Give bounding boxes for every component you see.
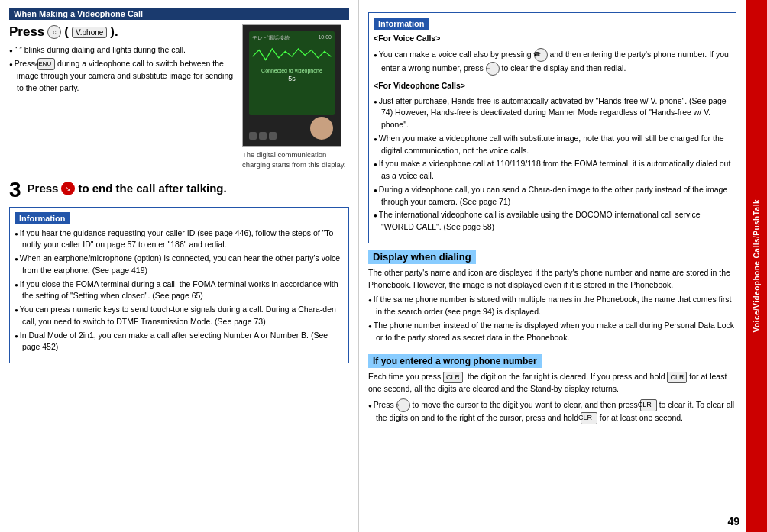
press-label-3: Press — [28, 182, 59, 195]
connected-text: Connected to videophone — [252, 68, 332, 73]
image-caption: The digital communication charging start… — [242, 150, 349, 170]
vphone-button[interactable]: V.phone — [72, 27, 107, 38]
info-bullet-5: In Dual Mode of 2in1, you can make a cal… — [15, 330, 344, 354]
info-header-left: Information — [15, 212, 70, 224]
info-bullet-4: You can press numeric keys to send touch… — [15, 304, 344, 328]
info-header-right: Information — [374, 18, 429, 30]
dial-icon[interactable]: ☎ — [534, 48, 548, 62]
display-bullet-2: The phone number instead of the name is … — [368, 320, 736, 344]
phone-buttons — [249, 132, 277, 140]
side-tab: Voice/Videophone Calls/PushTalk — [746, 0, 767, 532]
right-info-box: Information <For Voice Calls> You can ma… — [368, 12, 736, 243]
wrong-number-bullets: Press ○ to move the cursor to the digit … — [368, 398, 736, 424]
wrong-number-header: If you entered a wrong phone number — [368, 354, 542, 368]
right-column: Information <For Voice Calls> You can ma… — [359, 0, 746, 532]
end-call-button[interactable]: ↘ — [61, 182, 75, 195]
left-column: When Making a Videophone Call テレビ電話接続 10… — [0, 0, 359, 532]
phone-btn-3 — [269, 132, 277, 140]
screen-time: 10:00 — [318, 34, 332, 42]
phone-btn-1 — [249, 132, 257, 140]
page-number: 49 — [727, 515, 739, 527]
c-button[interactable]: c — [47, 25, 61, 39]
step1-press-line: Press c ( V.phone ). — [9, 24, 236, 40]
phone-wave-graphic — [252, 44, 332, 66]
close-paren: ). — [110, 24, 118, 40]
video-bullet-5: The international videophone call is ava… — [374, 209, 731, 234]
phone-display: テレビ電話接続 10:00 Connected to videophone 5s — [242, 24, 341, 147]
step3-instruction: Press ↘ to end the call after talking. — [28, 182, 227, 195]
menu-button[interactable]: MENU — [37, 58, 56, 70]
phone-screen: テレビ電話接続 10:00 Connected to videophone 5s — [249, 31, 335, 115]
video-bullet-1: Just after purchase, Hands-free is autom… — [374, 95, 731, 131]
voice-bullets: You can make a voice call also by pressi… — [374, 48, 731, 76]
phone-image-area: テレビ電話接続 10:00 Connected to videophone 5s — [242, 24, 349, 170]
clr-button-4[interactable]: CLR — [581, 412, 597, 424]
section-header-videophone: When Making a Videophone Call — [9, 8, 349, 20]
left-info-box: Information If you hear the guidance req… — [9, 207, 349, 364]
phone-face-image — [310, 117, 333, 140]
display-section-body: The other party's name and icon are disp… — [368, 267, 736, 292]
wrong-number-body: Each time you press CLR, the digit on th… — [368, 371, 736, 395]
cursor-button[interactable]: ○ — [396, 398, 410, 412]
open-paren: ( — [64, 24, 69, 40]
display-bullet-1: If the same phone number is stored with … — [368, 294, 736, 318]
video-bullets: Just after purchase, Hands-free is autom… — [374, 95, 731, 234]
clr-button-3[interactable]: CLR — [640, 399, 657, 411]
info-bullet-1: If you hear the guidance requesting your… — [15, 227, 344, 252]
press-label: Press — [9, 24, 44, 40]
display-section-bullets: If the same phone number is stored with … — [368, 294, 736, 343]
for-voice-label: <For Voice Calls> — [374, 33, 731, 45]
info-bullet-2: When an earphone/microphone (option) is … — [15, 253, 344, 277]
video-bullet-2: When you make a videophone call with sub… — [374, 133, 731, 157]
wrong-bullet-1: Press ○ to move the cursor to the digit … — [368, 398, 736, 424]
voice-bullet-1: You can make a voice call also by pressi… — [374, 48, 731, 76]
info-bullets-left: If you hear the guidance requesting your… — [15, 227, 344, 354]
clear-icon[interactable]: ← — [486, 62, 500, 76]
step3-suffix: to end the call after talking. — [78, 182, 226, 195]
phone-btn-2 — [259, 132, 267, 140]
screen-header-text: テレビ電話接続 — [252, 34, 290, 42]
video-bullet-3: If you make a videophone call at 110/119… — [374, 158, 731, 182]
clr-button-1[interactable]: CLR — [443, 372, 463, 384]
info-bullet-3: If you close the FOMA terminal during a … — [15, 279, 344, 303]
step-number-3: 3 — [9, 179, 21, 201]
video-bullet-4: During a videophone call, you can send a… — [374, 184, 731, 208]
for-video-label: <For Videophone Calls> — [374, 80, 731, 92]
phone-timer: 5s — [252, 75, 332, 82]
step3-area: 3 Press ↘ to end the call after talking. — [9, 179, 349, 201]
clr-button-2[interactable]: CLR — [667, 372, 687, 384]
display-when-dialing-header: Display when dialing — [368, 250, 476, 264]
side-tab-text: Voice/Videophone Calls/PushTalk — [752, 199, 761, 332]
